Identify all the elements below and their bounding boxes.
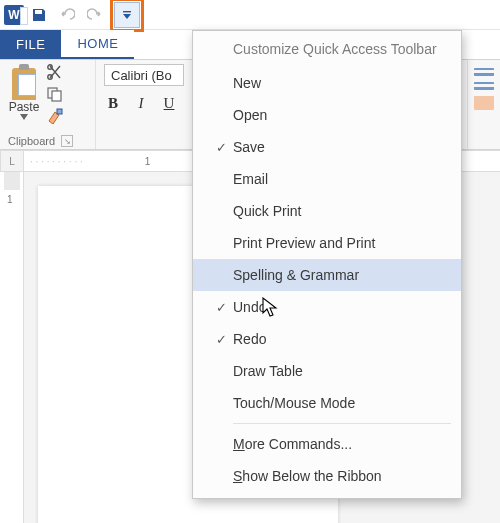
group-paragraph-partial [468,60,500,149]
menu-item-email[interactable]: Email [193,163,461,195]
tab-file[interactable]: FILE [0,30,61,59]
ruler-corner: L [0,150,24,172]
menu-item-draw-table[interactable]: Draw Table [193,355,461,387]
tab-home[interactable]: HOME [61,30,134,59]
qat-customize-highlight [110,0,144,32]
align-icon[interactable] [474,82,494,90]
tab-obscured[interactable] [134,30,166,59]
svg-rect-5 [57,109,62,114]
undo-icon [59,7,75,23]
menu-item-touch-mouse[interactable]: Touch/Mouse Mode [193,387,461,419]
qat-customize-button[interactable] [114,2,140,28]
font-name-combo[interactable]: Calibri (Bo [104,64,184,86]
dropdown-icon [122,10,132,20]
chevron-down-icon [20,114,28,120]
menu-item-new[interactable]: New [193,67,461,99]
v-ruler-mark-1: 1 [7,194,13,205]
paste-label: Paste [9,100,40,114]
menu-item-more-commands[interactable]: More Commands... [193,428,461,460]
save-icon [31,7,47,23]
check-icon: ✓ [209,140,233,155]
redo-icon [87,7,103,23]
group-clipboard: Paste Clipboard↘ [0,60,96,149]
paste-button[interactable]: Paste [8,64,40,120]
menu-item-print-preview[interactable]: Print Preview and Print [193,227,461,259]
menu-item-undo[interactable]: ✓Undo [193,291,461,323]
bold-button[interactable]: B [104,94,122,112]
title-bar: W [0,0,500,30]
menu-item-redo[interactable]: ✓Redo [193,323,461,355]
copy-icon[interactable] [46,86,64,102]
check-icon: ✓ [209,300,233,315]
group-clipboard-label: Clipboard [8,135,55,147]
h-ruler-mark-1: 1 [145,156,151,167]
word-app-icon: W [4,5,24,25]
format-painter-icon[interactable] [46,108,64,124]
paste-icon [8,64,40,100]
check-icon: ✓ [209,332,233,347]
cut-icon[interactable] [46,64,64,80]
menu-item-open[interactable]: Open [193,99,461,131]
svg-rect-0 [123,11,131,12]
menu-item-spelling-grammar[interactable]: Spelling & Grammar [193,259,461,291]
vertical-ruler[interactable]: 1 [0,172,24,523]
qat-redo-button[interactable] [82,3,108,27]
qat-undo-button[interactable] [54,3,80,27]
shading-icon[interactable] [474,96,494,110]
menu-title: Customize Quick Access Toolbar [193,31,461,67]
bullets-icon[interactable] [474,68,494,76]
qat-customize-menu: Customize Quick Access Toolbar New Open … [192,30,462,499]
svg-rect-4 [52,91,61,101]
menu-separator [233,423,451,424]
underline-button[interactable]: U [160,94,178,112]
qat-save-button[interactable] [26,3,52,27]
italic-button[interactable]: I [132,94,150,112]
menu-item-save[interactable]: ✓Save [193,131,461,163]
menu-item-quick-print[interactable]: Quick Print [193,195,461,227]
clipboard-dialog-launcher[interactable]: ↘ [61,135,73,147]
menu-item-show-below-ribbon[interactable]: Show Below the Ribbon [193,460,461,492]
